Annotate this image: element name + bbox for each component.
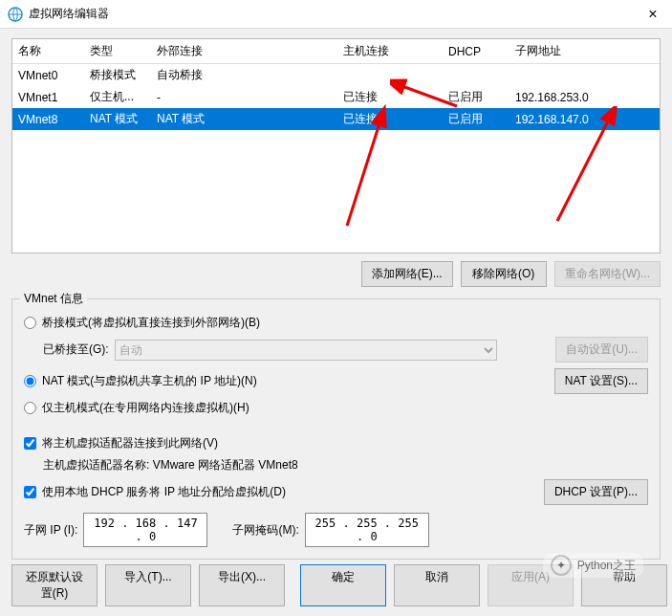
table-header-row: 名称 类型 外部连接 主机连接 DHCP 子网地址: [12, 39, 660, 64]
cell-name: VMnet0: [12, 64, 84, 87]
cell-type: 桥接模式: [84, 64, 151, 87]
radio-bridge[interactable]: [24, 317, 36, 329]
bridge-to-label: 已桥接至(G):: [43, 341, 109, 358]
svg-line-3: [557, 118, 610, 221]
cell-dhcp: [443, 64, 509, 87]
cell-ext: -: [151, 86, 337, 108]
export-button[interactable]: 导出(X)...: [199, 564, 285, 606]
radio-nat[interactable]: [24, 375, 36, 387]
radio-nat-label: NAT 模式(与虚拟机共享主机的 IP 地址)(N): [42, 373, 257, 389]
close-button[interactable]: ×: [641, 6, 664, 23]
dhcp-label: 使用本地 DHCP 服务将 IP 地址分配给虚拟机(D): [42, 484, 286, 500]
import-button[interactable]: 导入(T)...: [105, 564, 191, 606]
table-row-selected[interactable]: VMnet8 NAT 模式 NAT 模式 已连接 已启用 192.168.147…: [12, 108, 660, 130]
col-subnet[interactable]: 子网地址: [509, 39, 660, 64]
bridge-to-row: 已桥接至(G): 自动 自动设置(U)...: [43, 337, 648, 363]
add-network-button[interactable]: 添加网络(E)...: [361, 261, 453, 287]
host-adapter-name-row: 主机虚拟适配器名称: VMware 网络适配器 VMnet8: [43, 457, 648, 473]
titlebar: 虚拟网络编辑器 ×: [0, 0, 672, 29]
dhcp-row[interactable]: 使用本地 DHCP 服务将 IP 地址分配给虚拟机(D) DHCP 设置(P).…: [24, 479, 648, 505]
dhcp-checkbox[interactable]: [24, 486, 36, 498]
watermark-text: Python之王: [577, 558, 636, 574]
cancel-button[interactable]: 取消: [394, 564, 480, 606]
nat-settings-button[interactable]: NAT 设置(S)...: [554, 368, 648, 394]
cell-name: VMnet8: [12, 108, 84, 130]
cell-subnet: 192.168.253.0: [509, 86, 660, 108]
window-title: 虚拟网络编辑器: [29, 6, 641, 22]
radio-bridge-row[interactable]: 桥接模式(将虚拟机直接连接到外部网络)(B): [24, 315, 648, 331]
radio-hostonly[interactable]: [24, 402, 36, 414]
mask-label: 子网掩码(M):: [232, 522, 298, 539]
restore-defaults-button[interactable]: 还原默认设置(R): [11, 564, 98, 606]
mask-input[interactable]: 255 . 255 . 255 . 0: [305, 513, 429, 547]
table-row[interactable]: VMnet0 桥接模式 自动桥接: [12, 64, 660, 87]
col-host[interactable]: 主机连接: [337, 39, 443, 64]
wechat-icon: ✦: [551, 555, 572, 576]
host-adapter-name: 主机虚拟适配器名称: VMware 网络适配器 VMnet8: [43, 457, 298, 473]
cell-ext: 自动桥接: [151, 64, 337, 87]
rename-network-button: 重命名网络(W)...: [554, 261, 661, 287]
cell-host: [337, 64, 443, 87]
subnet-ip-input[interactable]: 192 . 168 . 147 . 0: [83, 513, 207, 547]
auto-settings-button: 自动设置(U)...: [555, 337, 648, 363]
vmnet-info-group: VMnet 信息 桥接模式(将虚拟机直接连接到外部网络)(B) 已桥接至(G):…: [11, 298, 661, 560]
radio-nat-row[interactable]: NAT 模式(与虚拟机共享主机的 IP 地址)(N) NAT 设置(S)...: [24, 368, 648, 394]
radio-hostonly-label: 仅主机模式(在专用网络内连接虚拟机)(H): [42, 400, 249, 416]
radio-bridge-label: 桥接模式(将虚拟机直接连接到外部网络)(B): [42, 315, 260, 331]
dhcp-settings-button[interactable]: DHCP 设置(P)...: [544, 479, 648, 505]
cell-subnet: 192.168.147.0: [509, 108, 660, 130]
host-adapter-label: 将主机虚拟适配器连接到此网络(V): [42, 435, 218, 451]
cell-host: 已连接: [337, 86, 443, 108]
cell-type: 仅主机...: [84, 86, 151, 108]
network-table: 名称 类型 外部连接 主机连接 DHCP 子网地址 VMnet0 桥接模式 自动…: [11, 38, 661, 253]
watermark: ✦ Python之王: [543, 553, 643, 578]
cell-subnet: [509, 64, 660, 87]
remove-network-button[interactable]: 移除网络(O): [461, 261, 547, 287]
svg-line-1: [347, 121, 380, 226]
host-adapter-checkbox[interactable]: [24, 437, 36, 450]
cell-name: VMnet1: [12, 86, 84, 108]
subnet-ip-label: 子网 IP (I):: [24, 522, 77, 539]
globe-icon: [8, 7, 23, 22]
cell-type: NAT 模式: [84, 108, 151, 130]
col-type[interactable]: 类型: [84, 39, 151, 64]
cell-host: 已连接: [337, 108, 443, 130]
subnet-ip-row: 子网 IP (I): 192 . 168 . 147 . 0 子网掩码(M): …: [24, 513, 648, 547]
cell-ext: NAT 模式: [151, 108, 337, 130]
bridge-select: 自动: [115, 340, 497, 361]
col-name[interactable]: 名称: [12, 39, 84, 64]
cell-dhcp: 已启用: [443, 86, 509, 108]
col-external[interactable]: 外部连接: [151, 39, 337, 64]
col-dhcp[interactable]: DHCP: [443, 39, 509, 64]
ok-button[interactable]: 确定: [300, 564, 386, 606]
host-adapter-row[interactable]: 将主机虚拟适配器连接到此网络(V): [24, 435, 648, 451]
cell-dhcp: 已启用: [443, 108, 509, 130]
table-row[interactable]: VMnet1 仅主机... - 已连接 已启用 192.168.253.0: [12, 86, 660, 108]
groupbox-title: VMnet 信息: [20, 291, 87, 307]
table-buttons: 添加网络(E)... 移除网络(O) 重命名网络(W)...: [11, 261, 661, 287]
radio-hostonly-row[interactable]: 仅主机模式(在专用网络内连接虚拟机)(H): [24, 400, 648, 416]
